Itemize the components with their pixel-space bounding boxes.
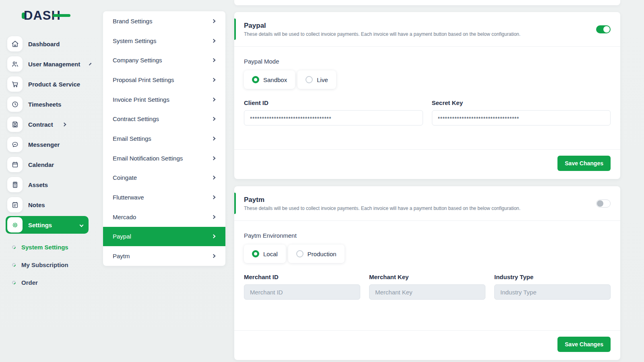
chevron-right-icon (212, 254, 216, 258)
sidebar-item-timesheets[interactable]: Timesheets (6, 94, 89, 114)
radio-checked-icon (252, 76, 259, 83)
settings-menu-item-email-settings[interactable]: Email Settings (103, 129, 225, 148)
settings-menu-item-system-settings[interactable]: System Settings (103, 31, 225, 51)
settings-menu-item-brand-settings[interactable]: Brand Settings (103, 11, 225, 31)
settings-menu-item-company-settings[interactable]: Company Settings (103, 50, 225, 70)
radio-option-label: Live (317, 76, 328, 83)
merchant-id-input[interactable] (244, 284, 360, 300)
paypal-enabled-toggle[interactable] (596, 25, 611, 33)
subnav-item-label: System Settings (21, 244, 68, 251)
sidebar-item-label: User Management (28, 61, 80, 68)
settings-menu-item-email-notification-settings[interactable]: Email Notification Settings (103, 148, 225, 168)
industry-type-input[interactable] (494, 284, 611, 300)
cart-icon (7, 76, 23, 92)
paypal-description: These details will be used to collect in… (244, 31, 520, 37)
sidebar-item-label: Messenger (28, 141, 60, 148)
paytm-save-button[interactable]: Save Changes (557, 337, 611, 352)
brand-logo[interactable]: DASH (22, 8, 89, 23)
settings-menu-item-flutterwave[interactable]: Flutterwave (103, 187, 225, 207)
menu-item-label: System Settings (113, 37, 156, 44)
radio-unchecked-icon (296, 250, 303, 257)
paypal-title: Paypal (244, 22, 520, 30)
toggle-knob (597, 200, 603, 207)
sidebar-item-contract[interactable]: Contract (6, 114, 89, 134)
paytm-environment-label: Paytm Environment (244, 232, 611, 239)
chevron-right-icon (212, 117, 216, 121)
industry-type-field-group: Industry Type (494, 274, 611, 300)
subnav-item-label: Order (21, 279, 38, 286)
radio-option-sandbox[interactable]: Sandbox (244, 70, 295, 89)
users-icon (7, 56, 23, 72)
settings-menu-item-invoice-print-settings[interactable]: Invoice Print Settings (103, 90, 225, 109)
app-window: DASH Dashboard User Management (0, 0, 644, 362)
sidebar-item-user-management[interactable]: User Management (6, 54, 89, 74)
paytm-card: Paytm These details will be used to coll… (234, 186, 620, 360)
subnav-item-system-settings[interactable]: System Settings (12, 238, 89, 256)
secret-key-field-group: Secret Key (432, 99, 611, 125)
paypal-card: Paypal These details will be used to col… (234, 12, 620, 179)
settings-menu-item-paypal[interactable]: Paypal (103, 227, 225, 247)
subnav-item-order[interactable]: Order (12, 274, 89, 291)
radio-option-local[interactable]: Local (244, 245, 286, 263)
sidebar-item-label: Calendar (28, 161, 54, 168)
paytm-enabled-toggle[interactable] (596, 200, 611, 208)
sidebar-item-calendar[interactable]: Calendar (6, 154, 89, 175)
settings-menu-item-contract-settings[interactable]: Contract Settings (103, 109, 225, 129)
logo-accent-bar (53, 14, 70, 17)
radio-option-live[interactable]: Live (297, 70, 336, 89)
subnav-item-my-subscription[interactable]: My Subscription (12, 256, 89, 274)
sidebar-item-label: Settings (28, 222, 52, 228)
sidebar-item-messenger[interactable]: Messenger (6, 134, 89, 154)
sidebar-item-product-service[interactable]: Product & Service (6, 74, 89, 94)
client-id-field-group: Client ID (244, 99, 423, 125)
sidebar-item-label: Notes (28, 202, 45, 208)
toggle-knob (603, 26, 610, 33)
paytm-environment-options: Local Production (244, 245, 611, 263)
sidebar-item-assets[interactable]: Assets (6, 175, 89, 195)
sidebar-item-notes[interactable]: Notes (6, 195, 89, 215)
calendar-icon (7, 157, 23, 172)
menu-item-label: Flutterwave (113, 194, 144, 201)
paypal-mode-label: Paypal Mode (244, 58, 611, 65)
settings-menu-item-mercado[interactable]: Mercado (103, 207, 225, 227)
sidebar-item-dashboard[interactable]: Dashboard (6, 34, 89, 54)
bullet-icon (11, 245, 17, 250)
sidebar-item-label: Assets (28, 181, 48, 188)
paytm-description: These details will be used to collect in… (244, 206, 520, 211)
sidebar-item-label: Dashboard (28, 41, 60, 47)
paypal-save-button[interactable]: Save Changes (557, 156, 611, 171)
chevron-right-icon (62, 122, 66, 126)
settings-menu-item-proposal-print-settings[interactable]: Proposal Print Settings (103, 70, 225, 90)
gear-icon (7, 217, 23, 232)
chevron-right-icon (212, 195, 216, 200)
settings-menu-item-coingate[interactable]: Coingate (103, 168, 225, 188)
chevron-right-icon (212, 19, 216, 23)
chat-icon (7, 137, 23, 152)
paytm-card-header: Paytm These details will be used to coll… (234, 186, 620, 220)
sidebar-item-settings[interactable]: Settings (6, 216, 89, 234)
clock-icon (7, 97, 23, 112)
paytm-title: Paytm (244, 196, 520, 204)
chevron-right-icon (212, 78, 216, 82)
client-id-input[interactable] (244, 110, 423, 125)
paytm-card-body: Paytm Environment Local Production Merch… (234, 221, 620, 330)
menu-item-label: Proposal Print Settings (113, 76, 174, 83)
sidebar-nav: Dashboard User Management Product & Serv… (6, 34, 89, 235)
chevron-right-icon (212, 176, 216, 180)
merchant-key-input[interactable] (369, 284, 485, 300)
chevron-right-icon (212, 39, 216, 43)
radio-option-production[interactable]: Production (288, 245, 345, 263)
chevron-right-icon (89, 63, 91, 65)
radio-option-label: Sandbox (263, 76, 287, 83)
secret-key-input[interactable] (432, 110, 611, 125)
menu-item-label: Paypal (113, 233, 131, 240)
radio-unchecked-icon (305, 76, 313, 83)
industry-type-label: Industry Type (494, 274, 611, 280)
paypal-card-footer: Save Changes (234, 149, 620, 179)
notes-icon (7, 197, 23, 212)
settings-menu-item-paytm[interactable]: Paytm (103, 246, 225, 266)
merchant-id-field-group: Merchant ID (244, 274, 360, 300)
previous-card-edge (234, 0, 620, 5)
sidebar-item-label: Product & Service (28, 81, 80, 88)
sidebar-item-label: Timesheets (28, 101, 61, 108)
